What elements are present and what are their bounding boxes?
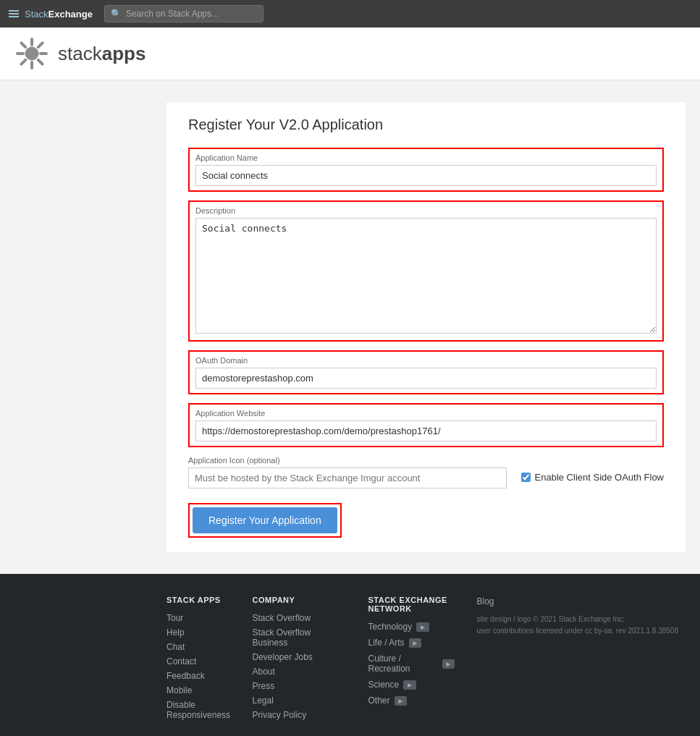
top-nav: StackExchange 🔍 [0,0,700,28]
brand-label: StackExchange [25,9,93,20]
gear-icon [14,36,49,71]
app-name-field-group: Application Name [188,148,664,192]
description-label: Description [195,206,657,215]
register-button[interactable]: Register Your Application [193,507,337,533]
footer-link-feedback[interactable]: Feedback [166,671,223,681]
network-science-badge: ► [403,680,416,690]
network-life-arts-label: Life / Arts [368,638,404,648]
footer-link-mobile[interactable]: Mobile [166,685,223,695]
footer-link-contact[interactable]: Contact [166,656,223,667]
oauth-domain-input[interactable] [195,368,657,389]
network-other-label: Other [368,695,389,706]
svg-line-8 [21,60,25,64]
footer-link-chat[interactable]: Chat [166,642,223,652]
network-technology-badge: ► [416,622,429,632]
footer-site-info: site design / logo © 2021 Stack Exchange… [476,614,678,637]
footer-link-blog[interactable]: Blog [476,596,494,606]
footer-link-help[interactable]: Help [166,627,223,638]
network-item-other[interactable]: Other ► [368,695,455,706]
network-item-culture-recreation[interactable]: Culture / Recreation ► [368,653,455,674]
site-logo-text: stackapps [58,43,146,65]
register-button-wrapper: Register Your Application [188,503,342,538]
footer-link-disable-responsiveness[interactable]: Disable Responsiveness [166,700,223,720]
oauth-domain-field-group: OAuth Domain [188,350,664,394]
footer-col2-title: COMPANY [252,596,339,604]
svg-point-0 [25,47,38,60]
site-info-line2: user contributions licensed under cc by-… [476,625,678,637]
svg-line-6 [38,60,43,64]
footer-col3-title: STACK EXCHANGE NETWORK [368,596,455,613]
footer-col-blog: Blog site design / logo © 2021 Stack Exc… [469,596,686,724]
network-item-life-arts[interactable]: Life / Arts ► [368,638,455,648]
footer-link-press[interactable]: Press [252,681,339,691]
description-field-group: Description Social connects [188,200,664,342]
icon-input[interactable] [188,468,507,488]
footer-link-stackoverflow-business[interactable]: Stack Overflow Business [252,627,339,648]
oauth-domain-label: OAuth Domain [195,356,657,365]
icon-field-group: Application Icon (optional) [188,456,507,488]
search-icon: 🔍 [111,9,122,19]
app-name-label: Application Name [195,153,657,162]
footer-col-company: COMPANY Stack Overflow Stack Overflow Bu… [237,596,353,724]
main-content: Register Your V2.0 Application Applicati… [0,80,700,574]
footer-col-network: STACK EXCHANGE NETWORK Technology ► Life… [353,596,469,724]
network-science-label: Science [368,680,399,690]
hamburger-icon [9,10,19,17]
app-website-field-group: Application Website [188,403,664,447]
description-textarea[interactable]: Social connects [195,218,657,334]
network-item-science[interactable]: Science ► [368,680,455,690]
network-life-arts-badge: ► [409,638,422,648]
svg-line-5 [21,43,25,47]
site-header: stackapps [0,28,700,80]
network-culture-recreation-label: Culture / Recreation [368,653,437,674]
footer-link-about[interactable]: About [252,667,339,677]
footer: STACK APPS Tour Help Chat Contact Feedba… [0,574,700,736]
footer-col-stack-apps: STACK APPS Tour Help Chat Contact Feedba… [14,596,237,724]
footer-link-developer-jobs[interactable]: Developer Jobs [252,652,339,662]
oauth-checkbox-group: Enable Client Side OAuth Flow [521,456,664,483]
search-input[interactable] [126,9,256,19]
footer-link-legal[interactable]: Legal [252,695,339,706]
icon-row: Application Icon (optional) Enable Clien… [188,456,664,488]
app-name-input[interactable] [195,165,657,186]
icon-label: Application Icon (optional) [188,456,507,465]
network-culture-recreation-badge: ► [442,659,455,669]
footer-link-tour[interactable]: Tour [166,613,223,623]
app-website-label: Application Website [195,409,657,418]
footer-link-privacy[interactable]: Privacy Policy [252,710,339,720]
search-bar[interactable]: 🔍 [104,5,263,22]
svg-line-7 [38,43,43,47]
app-website-input[interactable] [195,420,657,441]
oauth-checkbox[interactable] [521,473,531,482]
oauth-checkbox-label: Enable Client Side OAuth Flow [535,472,664,483]
network-item-technology[interactable]: Technology ► [368,622,455,632]
footer-link-stackoverflow[interactable]: Stack Overflow [252,613,339,623]
form-container: Register Your V2.0 Application Applicati… [166,102,686,552]
network-other-badge: ► [395,696,408,706]
network-technology-label: Technology [368,622,412,632]
site-info-line1: site design / logo © 2021 Stack Exchange… [476,614,678,625]
form-title: Register Your V2.0 Application [188,117,664,133]
footer-col1-title: STACK APPS [166,596,223,604]
stackexchange-brand[interactable]: StackExchange [9,9,93,20]
